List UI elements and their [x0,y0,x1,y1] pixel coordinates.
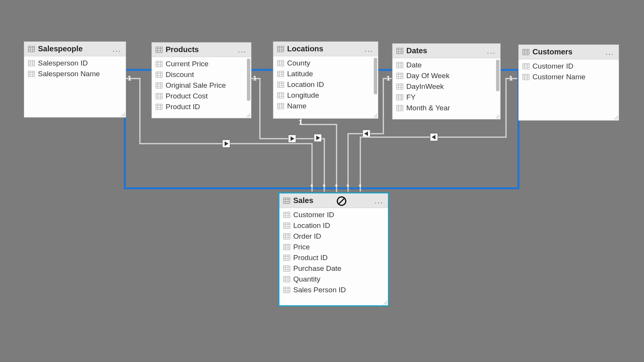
svg-rect-145 [284,223,290,229]
svg-rect-150 [284,234,290,239]
table-salespeople[interactable]: Salespeople ... Salesperson ID Salespers… [24,41,126,118]
field-label: Current Price [166,60,209,68]
table-menu-button[interactable]: ... [112,44,121,53]
field-label: Product Cost [166,92,208,100]
field-label: Customer ID [532,62,573,70]
field-label: Location ID [293,221,330,230]
column-icon [396,73,403,79]
column-icon [277,71,284,77]
field-row[interactable]: Quantity [279,274,388,285]
table-header[interactable]: Salespeople ... [24,42,126,56]
resize-handle[interactable] [246,113,250,117]
resize-handle[interactable] [496,115,499,118]
svg-line-181 [338,198,345,204]
scrollbar[interactable] [374,58,377,94]
table-menu-button[interactable]: ... [238,45,246,54]
field-row[interactable]: County [273,58,378,69]
resize-handle[interactable] [383,301,387,305]
svg-rect-100 [397,73,403,79]
resize-handle[interactable] [121,113,125,116]
svg-rect-50 [156,93,163,99]
field-row[interactable]: DayInWeek [393,81,500,92]
table-locations[interactable]: Locations ... County Latitude Location I… [273,41,378,119]
column-icon [283,223,290,229]
field-label: Sales Person ID [293,286,346,294]
diagram-canvas[interactable]: 1 * 1 * 1 * 1 * 1 * Salespeople ... [0,0,644,362]
field-label: Day Of Week [406,72,450,80]
table-header[interactable]: Customers ... [519,45,619,59]
table-sales[interactable]: Sales ... Customer ID Location ID Order … [278,192,389,306]
field-row[interactable]: Sales Person ID [279,285,388,295]
table-title: Dates [406,46,427,55]
table-title: Products [166,45,199,54]
field-row[interactable]: Product Cost [152,91,251,102]
svg-rect-20 [28,61,35,66]
field-row[interactable]: Location ID [273,79,378,90]
table-dates[interactable]: Dates ... Date Day Of Week DayInWeek FY … [392,43,501,120]
svg-rect-155 [284,244,290,250]
table-header[interactable]: Sales ... [279,193,388,208]
table-menu-button[interactable]: ... [365,44,373,53]
column-icon [522,74,529,80]
field-row[interactable]: Product ID [152,102,251,112]
scrollbar[interactable] [496,60,499,91]
table-menu-button[interactable]: ... [487,46,496,55]
field-row[interactable]: Current Price [152,59,251,69]
table-customers[interactable]: Customers ... Customer ID Customer Name [518,44,619,121]
field-label: Salesperson ID [38,59,88,67]
column-icon [156,61,163,67]
svg-rect-45 [156,83,163,88]
svg-rect-170 [284,277,290,282]
column-icon [283,212,290,218]
svg-rect-120 [523,49,529,55]
field-row[interactable]: Customer ID [519,61,619,72]
field-row[interactable]: Price [279,242,388,252]
field-row[interactable]: Purchase Date [279,263,388,274]
table-header[interactable]: Products ... [152,43,251,57]
svg-rect-80 [278,93,284,98]
svg-rect-135 [284,198,290,203]
column-icon [396,105,403,111]
field-label: DayInWeek [406,82,444,91]
table-icon [277,46,284,52]
field-row[interactable]: Location ID [279,220,388,231]
table-menu-button[interactable]: ... [605,48,614,56]
resize-handle[interactable] [373,114,377,118]
field-row[interactable]: Salesperson Name [24,69,126,79]
field-row[interactable]: Date [393,60,500,70]
table-title: Locations [287,44,323,53]
field-row[interactable]: Product ID [279,252,388,263]
field-label: Name [287,102,307,110]
field-row[interactable]: Order ID [279,231,388,242]
svg-rect-175 [284,287,290,293]
field-row[interactable]: Salesperson ID [24,58,126,69]
field-row[interactable]: FY [393,92,500,103]
field-row[interactable]: Customer ID [279,210,388,220]
field-row[interactable]: Day Of Week [393,70,500,81]
field-row[interactable]: Longitude [273,90,378,101]
field-row[interactable]: Month & Year [393,103,500,113]
field-row[interactable]: Discount [152,69,251,80]
svg-rect-95 [397,62,403,68]
column-icon [156,82,163,88]
field-row[interactable]: Original Sale Price [152,80,251,91]
field-label: FY [406,93,416,102]
table-header[interactable]: Dates ... [393,44,500,58]
field-label: Quantity [293,275,320,283]
table-header[interactable]: Locations ... [273,42,378,56]
table-products[interactable]: Products ... Current Price Discount Orig… [151,42,251,118]
column-icon [522,63,529,69]
scrollbar[interactable] [247,59,250,101]
table-menu-button[interactable]: ... [375,196,383,205]
field-label: Location ID [287,80,324,89]
field-row[interactable]: Name [273,101,378,111]
table-icon [283,198,290,204]
table-fields: Date Day Of Week DayInWeek FY Month & Ye… [393,58,500,116]
column-icon [283,287,290,293]
field-label: Latitude [287,70,313,78]
field-row[interactable]: Customer Name [519,72,619,82]
resize-handle[interactable] [614,116,618,120]
field-row[interactable]: Latitude [273,69,378,79]
field-label: Longitude [287,91,319,100]
table-title: Salespeople [38,44,83,53]
